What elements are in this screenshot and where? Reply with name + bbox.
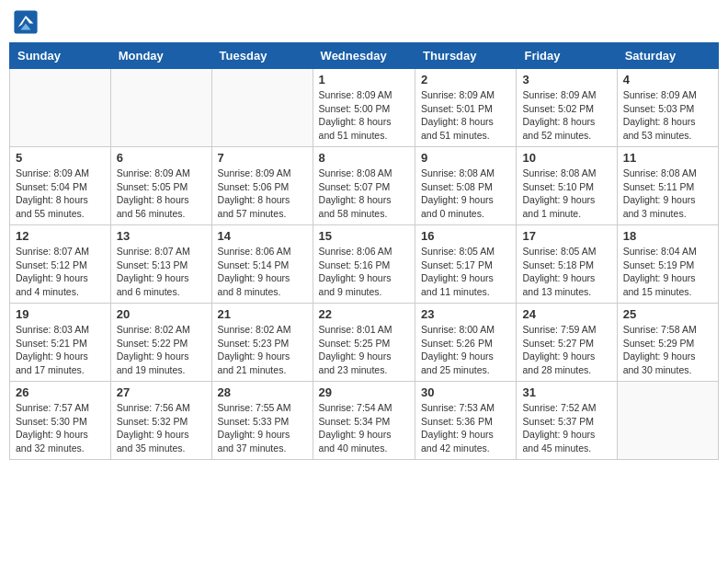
day-info: Sunrise: 8:07 AM Sunset: 5:12 PM Dayligh… bbox=[16, 245, 105, 299]
weekday-header-wednesday: Wednesday bbox=[313, 43, 415, 69]
day-info: Sunrise: 7:58 AM Sunset: 5:29 PM Dayligh… bbox=[623, 323, 712, 377]
calendar-cell bbox=[110, 69, 211, 147]
calendar-cell: 24Sunrise: 7:59 AM Sunset: 5:27 PM Dayli… bbox=[517, 304, 617, 382]
calendar-cell: 10Sunrise: 8:08 AM Sunset: 5:10 PM Dayli… bbox=[517, 147, 617, 225]
day-number: 31 bbox=[522, 385, 610, 399]
logo-icon bbox=[13, 9, 39, 35]
day-number: 16 bbox=[421, 229, 510, 243]
day-info: Sunrise: 7:54 AM Sunset: 5:34 PM Dayligh… bbox=[319, 401, 409, 455]
day-info: Sunrise: 7:52 AM Sunset: 5:37 PM Dayligh… bbox=[522, 401, 610, 455]
day-info: Sunrise: 8:00 AM Sunset: 5:26 PM Dayligh… bbox=[421, 323, 510, 377]
weekday-header-tuesday: Tuesday bbox=[211, 43, 313, 69]
calendar-cell: 16Sunrise: 8:05 AM Sunset: 5:17 PM Dayli… bbox=[415, 225, 517, 304]
day-info: Sunrise: 8:08 AM Sunset: 5:08 PM Dayligh… bbox=[421, 167, 510, 221]
day-number: 15 bbox=[319, 229, 409, 243]
day-number: 30 bbox=[421, 385, 510, 399]
day-info: Sunrise: 8:06 AM Sunset: 5:16 PM Dayligh… bbox=[319, 245, 409, 299]
day-info: Sunrise: 8:09 AM Sunset: 5:06 PM Dayligh… bbox=[218, 167, 307, 221]
day-number: 8 bbox=[319, 151, 409, 165]
calendar-cell bbox=[10, 69, 111, 147]
day-number: 24 bbox=[522, 307, 610, 321]
week-row-2: 5Sunrise: 8:09 AM Sunset: 5:04 PM Daylig… bbox=[10, 147, 719, 225]
calendar-cell: 25Sunrise: 7:58 AM Sunset: 5:29 PM Dayli… bbox=[617, 304, 718, 382]
day-info: Sunrise: 8:02 AM Sunset: 5:22 PM Dayligh… bbox=[117, 323, 206, 377]
day-number: 29 bbox=[319, 385, 409, 399]
calendar-cell bbox=[617, 382, 718, 460]
day-number: 14 bbox=[218, 229, 307, 243]
day-info: Sunrise: 7:56 AM Sunset: 5:32 PM Dayligh… bbox=[117, 401, 206, 455]
calendar-cell: 22Sunrise: 8:01 AM Sunset: 5:25 PM Dayli… bbox=[313, 304, 415, 382]
day-number: 18 bbox=[623, 229, 712, 243]
day-info: Sunrise: 8:09 AM Sunset: 5:00 PM Dayligh… bbox=[319, 88, 409, 143]
day-number: 19 bbox=[16, 307, 105, 321]
calendar-cell: 14Sunrise: 8:06 AM Sunset: 5:14 PM Dayli… bbox=[211, 225, 313, 304]
calendar-cell: 6Sunrise: 8:09 AM Sunset: 5:05 PM Daylig… bbox=[110, 147, 211, 225]
day-number: 27 bbox=[117, 385, 206, 399]
day-info: Sunrise: 8:03 AM Sunset: 5:21 PM Dayligh… bbox=[16, 323, 105, 377]
week-row-3: 12Sunrise: 8:07 AM Sunset: 5:12 PM Dayli… bbox=[10, 225, 719, 304]
day-number: 5 bbox=[16, 151, 105, 165]
day-info: Sunrise: 8:08 AM Sunset: 5:10 PM Dayligh… bbox=[522, 167, 610, 221]
day-info: Sunrise: 8:09 AM Sunset: 5:03 PM Dayligh… bbox=[623, 88, 712, 143]
calendar-cell: 9Sunrise: 8:08 AM Sunset: 5:08 PM Daylig… bbox=[415, 147, 517, 225]
day-info: Sunrise: 8:05 AM Sunset: 5:18 PM Dayligh… bbox=[522, 245, 610, 299]
calendar-table: SundayMondayTuesdayWednesdayThursdayFrid… bbox=[9, 42, 719, 460]
calendar-cell: 31Sunrise: 7:52 AM Sunset: 5:37 PM Dayli… bbox=[517, 382, 617, 460]
calendar-cell: 17Sunrise: 8:05 AM Sunset: 5:18 PM Dayli… bbox=[517, 225, 617, 304]
day-number: 12 bbox=[16, 229, 105, 243]
calendar-cell: 26Sunrise: 7:57 AM Sunset: 5:30 PM Dayli… bbox=[10, 382, 111, 460]
day-number: 20 bbox=[117, 307, 206, 321]
day-number: 22 bbox=[319, 307, 409, 321]
day-number: 9 bbox=[421, 151, 510, 165]
day-info: Sunrise: 7:59 AM Sunset: 5:27 PM Dayligh… bbox=[522, 323, 610, 377]
day-info: Sunrise: 8:09 AM Sunset: 5:05 PM Dayligh… bbox=[117, 167, 206, 221]
calendar-cell: 15Sunrise: 8:06 AM Sunset: 5:16 PM Dayli… bbox=[313, 225, 415, 304]
day-number: 23 bbox=[421, 307, 510, 321]
logo bbox=[13, 9, 42, 35]
day-number: 13 bbox=[117, 229, 206, 243]
calendar-cell: 20Sunrise: 8:02 AM Sunset: 5:22 PM Dayli… bbox=[110, 304, 211, 382]
calendar-cell: 2Sunrise: 8:09 AM Sunset: 5:01 PM Daylig… bbox=[415, 69, 517, 147]
calendar-cell: 3Sunrise: 8:09 AM Sunset: 5:02 PM Daylig… bbox=[517, 69, 617, 147]
weekday-header-monday: Monday bbox=[110, 43, 211, 69]
calendar-cell: 7Sunrise: 8:09 AM Sunset: 5:06 PM Daylig… bbox=[211, 147, 313, 225]
day-number: 17 bbox=[522, 229, 610, 243]
day-info: Sunrise: 8:08 AM Sunset: 5:07 PM Dayligh… bbox=[319, 167, 409, 221]
day-number: 26 bbox=[16, 385, 105, 399]
day-info: Sunrise: 8:05 AM Sunset: 5:17 PM Dayligh… bbox=[421, 245, 510, 299]
calendar-cell: 11Sunrise: 8:08 AM Sunset: 5:11 PM Dayli… bbox=[617, 147, 718, 225]
calendar-cell: 27Sunrise: 7:56 AM Sunset: 5:32 PM Dayli… bbox=[110, 382, 211, 460]
day-number: 10 bbox=[522, 151, 610, 165]
calendar-cell: 18Sunrise: 8:04 AM Sunset: 5:19 PM Dayli… bbox=[617, 225, 718, 304]
week-row-1: 1Sunrise: 8:09 AM Sunset: 5:00 PM Daylig… bbox=[10, 69, 719, 147]
day-number: 2 bbox=[421, 73, 510, 86]
day-info: Sunrise: 7:55 AM Sunset: 5:33 PM Dayligh… bbox=[218, 401, 307, 455]
calendar-cell bbox=[211, 69, 313, 147]
calendar-cell: 28Sunrise: 7:55 AM Sunset: 5:33 PM Dayli… bbox=[211, 382, 313, 460]
weekday-header-sunday: Sunday bbox=[10, 43, 111, 69]
day-info: Sunrise: 7:57 AM Sunset: 5:30 PM Dayligh… bbox=[16, 401, 105, 455]
weekday-header-friday: Friday bbox=[517, 43, 617, 69]
day-info: Sunrise: 8:08 AM Sunset: 5:11 PM Dayligh… bbox=[623, 167, 712, 221]
calendar-cell: 5Sunrise: 8:09 AM Sunset: 5:04 PM Daylig… bbox=[10, 147, 111, 225]
day-number: 7 bbox=[218, 151, 307, 165]
day-info: Sunrise: 8:06 AM Sunset: 5:14 PM Dayligh… bbox=[218, 245, 307, 299]
calendar-cell: 13Sunrise: 8:07 AM Sunset: 5:13 PM Dayli… bbox=[110, 225, 211, 304]
day-info: Sunrise: 8:09 AM Sunset: 5:04 PM Dayligh… bbox=[16, 167, 105, 221]
weekday-header-thursday: Thursday bbox=[415, 43, 517, 69]
calendar-cell: 30Sunrise: 7:53 AM Sunset: 5:36 PM Dayli… bbox=[415, 382, 517, 460]
calendar-cell: 21Sunrise: 8:02 AM Sunset: 5:23 PM Dayli… bbox=[211, 304, 313, 382]
day-info: Sunrise: 8:09 AM Sunset: 5:02 PM Dayligh… bbox=[522, 88, 610, 143]
calendar-cell: 29Sunrise: 7:54 AM Sunset: 5:34 PM Dayli… bbox=[313, 382, 415, 460]
week-row-4: 19Sunrise: 8:03 AM Sunset: 5:21 PM Dayli… bbox=[10, 304, 719, 382]
day-number: 11 bbox=[623, 151, 712, 165]
day-number: 4 bbox=[623, 73, 712, 86]
weekday-header-saturday: Saturday bbox=[617, 43, 718, 69]
calendar-cell: 1Sunrise: 8:09 AM Sunset: 5:00 PM Daylig… bbox=[313, 69, 415, 147]
weekday-header-row: SundayMondayTuesdayWednesdayThursdayFrid… bbox=[10, 43, 719, 69]
calendar-cell: 4Sunrise: 8:09 AM Sunset: 5:03 PM Daylig… bbox=[617, 69, 718, 147]
calendar-cell: 19Sunrise: 8:03 AM Sunset: 5:21 PM Dayli… bbox=[10, 304, 111, 382]
week-row-5: 26Sunrise: 7:57 AM Sunset: 5:30 PM Dayli… bbox=[10, 382, 719, 460]
day-number: 21 bbox=[218, 307, 307, 321]
calendar-cell: 12Sunrise: 8:07 AM Sunset: 5:12 PM Dayli… bbox=[10, 225, 111, 304]
